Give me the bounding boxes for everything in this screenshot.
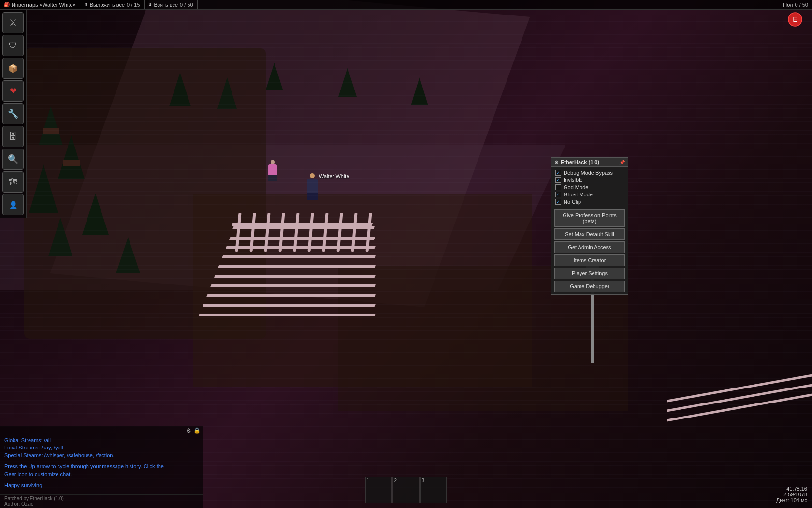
shield-icon-btn[interactable]: 🛡 — [2, 35, 24, 56]
etherhack-titlebar[interactable]: ⚙ EtherHack (1.0) 📌 — [551, 158, 628, 167]
hotbar-slot-2[interactable]: 2 — [393, 477, 420, 503]
admin-icon: 👤 — [9, 201, 17, 209]
debug-mode-label: Debug Mode Bypass — [564, 170, 613, 176]
magnify-icon: 🔍 — [8, 154, 18, 164]
game-debugger-button[interactable]: Game Debugger — [554, 281, 625, 292]
no-clip-label: No Clip — [564, 199, 581, 205]
set-max-skill-button[interactable]: Set Max Default Skill — [554, 228, 625, 240]
etherhack-panel: ⚙ EtherHack (1.0) 📌 Debug Mode Bypass In… — [551, 157, 628, 295]
chat-line-2: Local Streams: /say, /yell — [4, 444, 199, 451]
god-mode-label: God Mode — [564, 184, 588, 190]
crafting-icon-btn[interactable]: 🔧 — [2, 103, 24, 124]
coord-ping: Динг: 104 мс — [776, 497, 807, 503]
etherhack-gear-icon: ⚙ — [554, 160, 559, 165]
chat-lock-icon[interactable]: 🔒 — [193, 427, 201, 434]
map-icon: 🗺 — [9, 177, 17, 187]
heart-icon: ❤ — [10, 86, 17, 96]
chat-gear-icon[interactable]: ⚙ — [186, 427, 191, 434]
top-right-icon[interactable]: E — [788, 12, 802, 27]
layout-count: 0 / 15 — [127, 2, 140, 8]
chat-footer: Patched by EtherHack (1.0) Author: Ozzie — [0, 494, 203, 508]
take-label: Взять всё — [154, 2, 178, 8]
box-icon-btn[interactable]: 📦 — [2, 58, 24, 79]
debug-mode-checkbox[interactable] — [555, 170, 561, 176]
etherhack-options: Debug Mode Bypass Invisible God Mode Gho… — [551, 167, 628, 208]
chat-line-6: Gear icon to customize chat. — [4, 471, 199, 478]
take-section[interactable]: ⬇ Взять всё 0 / 50 — [145, 0, 198, 9]
sword-icon-btn[interactable]: ⚔ — [2, 12, 24, 33]
invisible-option[interactable]: Invisible — [555, 177, 624, 183]
chat-header: ⚙ 🔒 — [0, 426, 203, 435]
sword-icon: ⚔ — [9, 17, 17, 28]
wrench-icon: 🔧 — [8, 108, 18, 119]
ghost-mode-option[interactable]: Ghost Mode — [555, 192, 624, 197]
inventory-icon: 🎒 — [4, 2, 10, 7]
inventory-section: 🎒 Инвентарь «Walter White» — [0, 0, 80, 9]
hotbar-slot-1[interactable]: 1 — [365, 477, 392, 503]
chat-line-7 — [4, 478, 199, 482]
ghost-mode-checkbox[interactable] — [555, 192, 561, 197]
chat-line-8: Happy surviving! — [4, 482, 199, 489]
health-icon-btn[interactable]: ❤ — [2, 80, 24, 102]
give-profession-button[interactable]: Give Profession Points (beta) — [554, 209, 625, 227]
chat-panel: ⚙ 🔒 Global Streams: /all Local Streams: … — [0, 426, 203, 508]
hotbar-slot-3[interactable]: 3 — [420, 477, 447, 503]
inventory-label: Инвентарь «Walter White» — [12, 2, 76, 8]
slot-number-3: 3 — [422, 478, 425, 483]
left-sidebar: ⚔ 🛡 📦 ❤ 🔧 🗄 🔍 🗺 👤 — [0, 10, 27, 218]
take-count: 0 / 50 — [180, 2, 193, 8]
etherhack-pin-icon[interactable]: 📌 — [619, 160, 625, 165]
svg-text:E: E — [793, 15, 797, 23]
invisible-checkbox[interactable] — [555, 177, 561, 183]
player-settings-button[interactable]: Player Settings — [554, 268, 625, 279]
box-icon: 📦 — [8, 64, 18, 73]
floor-label: Пол — [783, 2, 793, 8]
storage-icon-btn[interactable]: 🗄 — [2, 126, 24, 147]
slot-number-1: 1 — [367, 478, 370, 483]
layout-label: Выложить всё — [90, 2, 125, 8]
top-hud: 🎒 Инвентарь «Walter White» ⬆ Выложить вс… — [0, 0, 812, 10]
storage-icon: 🗄 — [9, 132, 17, 142]
etherhack-title-left: ⚙ EtherHack (1.0) — [554, 159, 599, 165]
chat-line-5: Press the Up arrow to cycle through your… — [4, 463, 199, 470]
lay-out-section[interactable]: ⬆ Выложить всё 0 / 15 — [80, 0, 145, 9]
author-line: Author: Ozzie — [4, 501, 199, 507]
god-mode-option[interactable]: God Mode — [555, 184, 624, 190]
invisible-label: Invisible — [564, 177, 583, 183]
chat-content: Global Streams: /all Local Streams: /say… — [0, 435, 203, 494]
admin-icon-btn[interactable]: 👤 — [2, 194, 24, 215]
no-clip-checkbox[interactable] — [555, 199, 561, 205]
chat-line-4 — [4, 459, 199, 463]
god-mode-checkbox[interactable] — [555, 184, 561, 190]
chat-line-3: Special Steams: /whisper, /safehouse, /f… — [4, 452, 199, 459]
chat-line-1: Global Streams: /all — [4, 437, 199, 444]
shield-icon: 🛡 — [9, 41, 17, 51]
search-icon-btn[interactable]: 🔍 — [2, 149, 24, 170]
character-name-label: Walter White — [319, 173, 349, 179]
coord-xy: 41.78.16 — [776, 486, 807, 492]
bottom-hotbar: 1 2 3 — [365, 477, 447, 503]
items-creator-button[interactable]: Items Creator — [554, 254, 625, 266]
floor-section: Пол 0 / 50 — [779, 0, 812, 9]
take-icon: ⬇ — [148, 2, 152, 7]
patched-line: Patched by EtherHack (1.0) — [4, 496, 199, 501]
layout-icon: ⬆ — [84, 2, 88, 7]
get-admin-access-button[interactable]: Get Admin Access — [554, 241, 625, 253]
floor-count: 0 / 50 — [795, 2, 808, 8]
debug-mode-option[interactable]: Debug Mode Bypass — [555, 170, 624, 176]
etherhack-title: EtherHack (1.0) — [561, 159, 599, 165]
map-icon-btn[interactable]: 🗺 — [2, 171, 24, 193]
ghost-mode-label: Ghost Mode — [564, 192, 593, 197]
coords-display: 41.78.16 2 594 078 Динг: 104 мс — [776, 486, 807, 503]
coord-population: 2 594 078 — [776, 492, 807, 497]
slot-number-2: 2 — [394, 478, 397, 483]
no-clip-option[interactable]: No Clip — [555, 199, 624, 205]
etherhack-buttons: Give Profession Points (beta) Set Max De… — [551, 208, 628, 294]
